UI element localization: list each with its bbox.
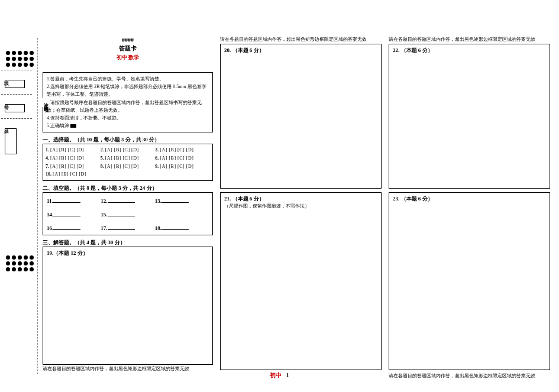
mc-item-4[interactable]: 4. [A] [B] [C] [D] [46,154,101,163]
instruction-2: 2.选择题部分必须使用 2B 铅笔填涂；非选择题部分必须使用 0.5mm 黑色签… [47,83,209,98]
fill-16[interactable]: 16. [47,225,101,231]
answer-box-q23[interactable]: 23. （本题 6 分） [389,192,550,370]
alignment-markers-top [6,51,34,69]
multiple-choice-box: 1. [A] [B] [C] [D] 2. [A] [B] [C] [D] 3.… [43,144,213,180]
fill-15[interactable]: 15. [101,211,154,218]
fill-in-box: 11. 12. 13. 14. 15. 16. 17. 18. [43,192,213,235]
instruction-4: 4.保持卷面清洁，不折叠、不破损。 [47,114,209,122]
card-title: 答题卡 [43,44,213,53]
answer-box-q21[interactable]: 21. （本题 6 分） （尺规作图，保留作图痕迹，不写作法） [220,192,382,370]
fill-13[interactable]: 13. [155,197,209,204]
mc-item-5[interactable]: 5. [A] [B] [C] [D] [101,154,156,163]
instructions-side-label: 注意事项 [42,98,50,107]
fill-17[interactable]: 17. [101,225,154,231]
mc-item-3[interactable]: 3. [A] [B] [C] [D] [155,146,210,154]
fill-18[interactable]: 18. [155,225,209,231]
q23-heading: 23. （本题 6 分） [393,195,546,203]
col2-top-warning: 请在各题目的答题区域内作答，超出黑色矩形边框限定区域的答案无效 [220,37,382,43]
instruction-1: 1.答题前，考生先将自己的班级、学号、姓名填写清楚。 [47,75,209,83]
number-label: 学 号 [2,101,9,102]
name-label: 姓 名 [2,125,9,126]
footer-page: 1 [286,372,289,378]
section-1-heading: 一、选择题。（共 10 题，每小题 3 分，共 30 分） [43,136,213,144]
answer-box-q19[interactable]: 19.（本题 12 分） [43,247,213,365]
fill-11[interactable]: 11. [47,197,101,204]
section-2-heading: 二、填空题。（共 8 题，每小题 3 分，共 24 分） [43,184,213,192]
fill-12[interactable]: 12. [101,197,154,204]
student-info-sidebar: 班 级 学 号 姓 名 [1,70,32,160]
binding-dash-line [37,38,38,374]
number-input-box[interactable] [5,104,25,112]
instructions-box: 注意事项 1.答题前，考生先将自己的班级、学号、姓名填写清楚。 2.选择题部分必… [43,72,213,132]
subject-label: 初中 数学 [43,54,213,61]
footer-label: 初中 [270,372,282,378]
mc-item-2[interactable]: 2. [A] [B] [C] [D] [101,146,156,154]
name-input-box[interactable] [5,128,17,154]
col3-top-warning: 请在各题目的答题区域内作答，超出黑色矩形边框限定区域的答案无效 [389,37,550,43]
answer-box-q22[interactable]: 22. （本题 6 分） [389,44,550,189]
mc-item-10[interactable]: 10. [A] [B] [C] [D] [46,170,101,179]
school-line: #### [43,37,213,43]
q22-heading: 22. （本题 6 分） [393,47,546,54]
q21-sub: （尺规作图，保留作图痕迹，不写作法） [224,203,377,209]
mc-item-6[interactable]: 6. [A] [B] [C] [D] [155,154,210,163]
q19-heading: 19.（本题 12 分） [47,250,209,257]
class-input-box[interactable] [5,80,25,88]
instruction-3: 3.请按照题号顺序在各题目的答题区域内作答，超出答题区域书写的答案无效；在草稿纸… [47,99,209,114]
alignment-markers-bottom [6,255,34,273]
mc-item-9[interactable]: 9. [A] [B] [C] [D] [155,163,210,171]
instruction-5: 5.正确填涂 [47,122,209,129]
section-3-heading: 三、解答题。（共 4 题，共 30 分） [43,239,213,247]
mc-item-1[interactable]: 1. [A] [B] [C] [D] [46,146,101,154]
mc-item-8[interactable]: 8. [A] [B] [C] [D] [101,163,156,171]
class-label: 班 级 [2,76,9,77]
answer-box-q20[interactable]: 20. （本题 6 分） [220,44,382,189]
q20-heading: 20. （本题 6 分） [224,47,377,54]
fill-example-icon [70,124,76,128]
mc-item-7[interactable]: 7. [A] [B] [C] [D] [46,163,101,171]
fill-14[interactable]: 14. [47,211,101,218]
q21-heading: 21. （本题 6 分） [224,195,377,203]
page-footer: 初中 1 [0,371,559,380]
page-title: #### 答题卡 初中 数学 [43,37,213,61]
